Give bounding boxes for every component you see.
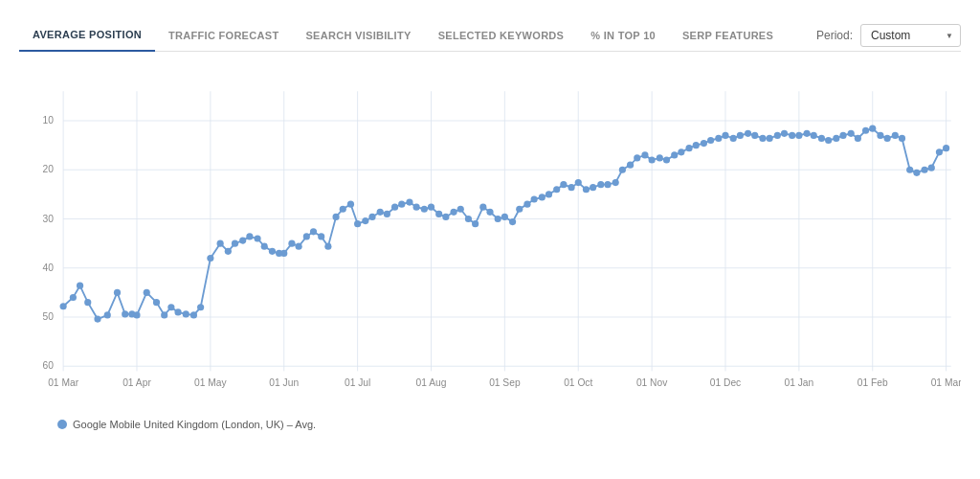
tab-average-position[interactable]: AVERAGE POSITION: [19, 19, 155, 52]
svg-point-88: [442, 214, 449, 220]
svg-point-96: [501, 214, 508, 220]
svg-point-85: [421, 206, 428, 213]
period-select[interactable]: Custom Last 7 days Last 30 days Last 90 …: [860, 24, 961, 47]
svg-point-135: [789, 132, 795, 139]
tab-selected-keywords[interactable]: SELECTED KEYWORDS: [425, 20, 578, 51]
svg-point-132: [767, 135, 773, 142]
svg-point-111: [612, 179, 619, 186]
svg-point-47: [133, 311, 140, 318]
svg-point-103: [553, 186, 560, 193]
svg-point-39: [70, 294, 77, 301]
svg-point-61: [246, 233, 253, 240]
svg-point-134: [781, 130, 788, 137]
svg-point-62: [254, 235, 260, 241]
chart-legend: Google Mobile United Kingdom (London, UK…: [57, 419, 961, 430]
svg-point-38: [60, 303, 67, 309]
svg-point-152: [913, 170, 920, 176]
svg-text:01 Dec: 01 Dec: [710, 377, 741, 388]
svg-point-97: [509, 218, 516, 225]
tab-traffic-forecast[interactable]: TRAFFIC FORECAST: [155, 20, 292, 51]
svg-point-143: [848, 130, 855, 137]
svg-point-81: [391, 204, 398, 211]
svg-point-145: [862, 127, 869, 134]
svg-point-128: [737, 132, 744, 139]
chart-area: .grid-line { stroke: #dce4ef; stroke-wid…: [19, 66, 961, 411]
svg-point-110: [604, 181, 611, 188]
svg-point-142: [839, 132, 846, 139]
main-container: AVERAGE POSITION TRAFFIC FORECAST SEARCH…: [0, 0, 980, 479]
svg-point-131: [759, 135, 766, 142]
svg-point-133: [774, 132, 781, 139]
svg-point-90: [457, 206, 464, 213]
svg-point-60: [239, 237, 246, 243]
svg-point-42: [94, 315, 100, 322]
svg-point-80: [384, 211, 390, 217]
svg-point-129: [745, 130, 751, 137]
svg-point-136: [795, 132, 802, 139]
svg-point-95: [495, 216, 501, 222]
svg-point-63: [261, 243, 268, 250]
svg-point-147: [877, 132, 883, 139]
svg-point-107: [583, 186, 590, 193]
svg-point-75: [347, 201, 354, 208]
svg-point-127: [730, 135, 737, 142]
svg-point-156: [943, 145, 949, 151]
svg-point-58: [225, 248, 232, 255]
period-control: Period: Custom Last 7 days Last 30 days …: [816, 24, 961, 47]
svg-point-120: [678, 148, 684, 155]
svg-point-64: [269, 248, 276, 255]
period-label: Period:: [816, 29, 853, 42]
svg-point-72: [324, 243, 331, 250]
svg-point-74: [340, 206, 346, 213]
tab-serp-features[interactable]: SERP FEATURES: [669, 20, 787, 51]
svg-point-59: [232, 240, 238, 247]
svg-text:01 Apr: 01 Apr: [122, 377, 151, 388]
svg-point-56: [207, 255, 213, 262]
tab-bar: AVERAGE POSITION TRAFFIC FORECAST SEARCH…: [19, 19, 961, 52]
svg-point-150: [899, 135, 905, 142]
svg-point-106: [575, 179, 582, 186]
svg-point-148: [884, 135, 891, 142]
svg-point-91: [465, 216, 472, 222]
svg-point-99: [523, 201, 530, 208]
period-select-wrapper[interactable]: Custom Last 7 days Last 30 days Last 90 …: [860, 24, 961, 47]
svg-text:01 Oct: 01 Oct: [564, 377, 592, 388]
svg-point-104: [560, 181, 567, 188]
svg-point-115: [641, 151, 648, 158]
svg-point-79: [377, 209, 384, 216]
tab-search-visibility[interactable]: SEARCH VISIBILITY: [292, 20, 424, 51]
svg-text:01 Mar: 01 Mar: [48, 377, 78, 388]
svg-point-105: [568, 184, 574, 191]
svg-point-66: [280, 250, 287, 257]
svg-point-67: [288, 240, 295, 247]
svg-point-53: [183, 310, 189, 317]
svg-point-82: [398, 201, 405, 208]
svg-point-86: [428, 204, 434, 211]
svg-point-154: [928, 165, 935, 171]
svg-point-71: [318, 233, 324, 240]
svg-point-102: [546, 191, 552, 197]
svg-point-41: [84, 299, 91, 306]
chart-svg: .grid-line { stroke: #dce4ef; stroke-wid…: [19, 66, 961, 411]
svg-point-57: [217, 240, 224, 247]
svg-point-73: [332, 214, 339, 220]
svg-point-51: [167, 304, 174, 310]
svg-point-122: [693, 142, 700, 148]
svg-text:01 Feb: 01 Feb: [858, 377, 888, 388]
tab-pct-in-top10[interactable]: % IN TOP 10: [577, 20, 669, 51]
svg-point-93: [479, 204, 486, 211]
svg-point-121: [685, 145, 692, 151]
svg-text:01 Jun: 01 Jun: [269, 377, 299, 388]
svg-point-49: [153, 299, 160, 306]
svg-point-119: [671, 151, 678, 158]
svg-text:01 May: 01 May: [194, 377, 227, 388]
svg-point-153: [921, 167, 927, 173]
legend-dot: [57, 420, 67, 429]
svg-point-139: [818, 135, 825, 142]
svg-text:50: 50: [42, 311, 54, 322]
svg-text:60: 60: [42, 360, 54, 371]
svg-text:10: 10: [42, 115, 54, 125]
svg-point-54: [190, 311, 197, 318]
svg-point-52: [174, 308, 181, 315]
svg-point-100: [531, 195, 538, 202]
